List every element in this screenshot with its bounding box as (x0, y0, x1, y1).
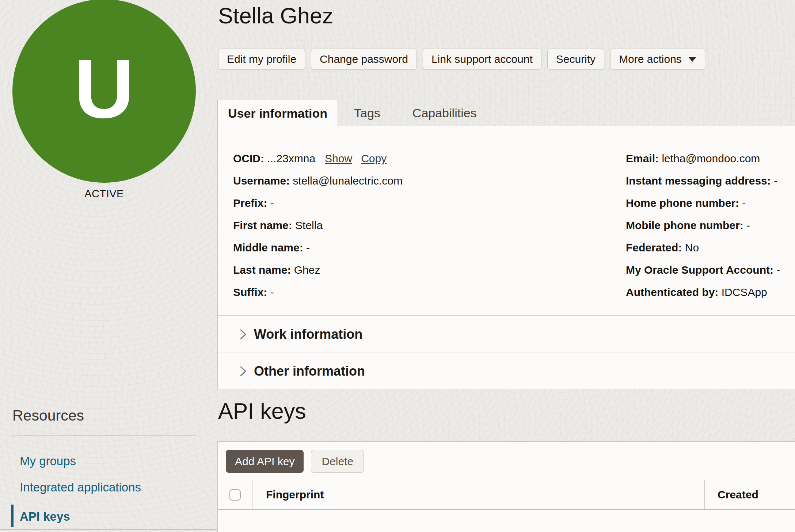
mos-account-label: My Oracle Support Account: (626, 264, 773, 276)
other-information-label: Other information (254, 364, 365, 379)
middle-name-value: - (306, 242, 310, 254)
field-middle-name: Middle name: - (233, 236, 403, 259)
field-last-name: Last name: Ghez (233, 259, 403, 281)
field-email: Email: letha@mondoo.com (626, 147, 780, 170)
link-support-account-button[interactable]: Link support account (423, 49, 541, 70)
resources-divider (12, 436, 197, 436)
last-name-value: Ghez (294, 264, 320, 276)
sidebar-item-integrated-applications[interactable]: Integrated applications (20, 480, 141, 494)
avatar-letter: U (74, 47, 134, 130)
more-actions-button[interactable]: More actions (610, 49, 705, 70)
tab-tags[interactable]: Tags (338, 100, 396, 126)
change-password-button[interactable]: Change password (311, 49, 417, 70)
ocid-show-link[interactable]: Show (325, 152, 352, 164)
select-all-cell (218, 480, 252, 509)
field-federated: Federated: No (626, 236, 780, 259)
status-badge: ACTIVE (12, 188, 196, 200)
field-suffix: Suffix: - (233, 281, 403, 303)
security-button[interactable]: Security (547, 49, 604, 70)
field-authenticated-by: Authenticated by: IDCSApp (626, 281, 780, 303)
suffix-label: Suffix: (233, 286, 267, 298)
first-name-label: First name: (233, 219, 292, 231)
username-value: stella@lunalectric.com (293, 175, 403, 187)
sidebar-bottom-divider (0, 529, 224, 530)
authenticated-by-value: IDCSApp (722, 286, 767, 298)
prefix-label: Prefix: (233, 197, 267, 209)
work-information-section[interactable]: Work information (218, 315, 795, 353)
sidebar-item-my-groups[interactable]: My groups (20, 454, 76, 468)
other-information-section[interactable]: Other information (218, 353, 795, 389)
ocid-copy-link[interactable]: Copy (361, 152, 387, 164)
resources-heading: Resources (12, 407, 84, 424)
field-mobile-phone: Mobile phone number: - (626, 214, 780, 236)
api-keys-heading: API keys (218, 398, 306, 424)
select-all-checkbox[interactable] (229, 489, 241, 501)
active-item-indicator (11, 505, 14, 527)
edit-my-profile-button[interactable]: Edit my profile (218, 49, 305, 70)
field-mos-account: My Oracle Support Account: - (626, 259, 780, 281)
instant-messaging-value: - (774, 175, 777, 187)
tab-bar: User information Tags Capabilities (217, 100, 795, 126)
api-keys-actions: Add API key Delete (226, 450, 364, 473)
email-value: letha@mondoo.com (662, 152, 760, 164)
sidebar-item-api-keys[interactable]: API keys (20, 510, 70, 524)
delete-button[interactable]: Delete (311, 450, 364, 473)
chevron-right-icon (239, 365, 247, 377)
last-name-label: Last name: (233, 264, 291, 276)
more-actions-label: More actions (619, 53, 682, 65)
user-info-right-column: Email: letha@mondoo.com Instant messagin… (626, 147, 780, 303)
authenticated-by-label: Authenticated by: (626, 286, 718, 298)
middle-name-label: Middle name: (233, 242, 303, 254)
first-name-value: Stella (295, 219, 323, 231)
email-label: Email: (626, 152, 659, 164)
work-information-label: Work information (254, 327, 362, 342)
prefix-value: - (270, 197, 274, 209)
api-keys-panel: Add API key Delete Fingerprint Created (217, 441, 795, 532)
add-api-key-button[interactable]: Add API key (226, 450, 304, 473)
user-avatar: U (12, 0, 196, 183)
action-button-row: Edit my profile Change password Link sup… (218, 49, 705, 70)
chevron-down-icon (688, 57, 696, 62)
field-instant-messaging: Instant messaging address: - (626, 170, 780, 192)
ocid-label: OCID: (233, 152, 264, 164)
field-prefix: Prefix: - (233, 192, 403, 214)
username-label: Username: (233, 175, 290, 187)
instant-messaging-label: Instant messaging address: (626, 175, 771, 187)
field-ocid: OCID: ...23xmnaShowCopy (233, 147, 403, 170)
mobile-phone-label: Mobile phone number: (626, 219, 743, 231)
page-title: Stella Ghez (218, 3, 333, 28)
mobile-phone-value: - (746, 219, 750, 231)
tab-user-information[interactable]: User information (217, 100, 338, 126)
home-phone-label: Home phone number: (626, 197, 739, 209)
column-header-created: Created (705, 480, 795, 509)
column-header-fingerprint: Fingerprint (252, 480, 705, 509)
tab-capabilities[interactable]: Capabilities (396, 100, 493, 126)
home-phone-value: - (742, 197, 746, 209)
user-information-panel: OCID: ...23xmnaShowCopy Username: stella… (217, 126, 795, 389)
chevron-right-icon (239, 328, 247, 341)
suffix-value: - (270, 286, 274, 298)
federated-value: No (685, 242, 699, 254)
field-home-phone: Home phone number: - (626, 192, 780, 214)
user-info-left-column: OCID: ...23xmnaShowCopy Username: stella… (233, 147, 403, 303)
field-first-name: First name: Stella (233, 214, 403, 236)
field-username: Username: stella@lunalectric.com (233, 170, 403, 192)
mos-account-value: - (776, 264, 780, 276)
federated-label: Federated: (626, 242, 682, 254)
api-keys-table-header: Fingerprint Created (218, 480, 795, 510)
ocid-value: ...23xmna (267, 152, 315, 164)
